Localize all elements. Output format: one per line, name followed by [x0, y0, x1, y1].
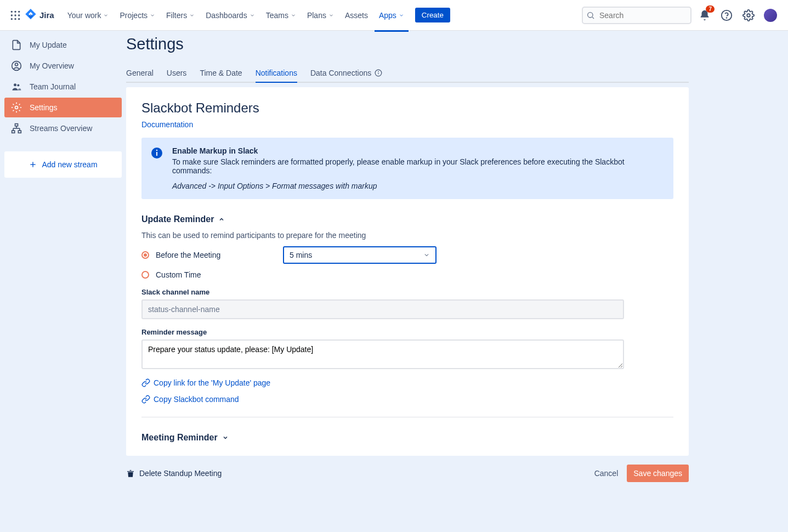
- save-button[interactable]: Save changes: [627, 465, 689, 482]
- jira-logo-icon: [24, 9, 37, 22]
- svg-point-18: [15, 106, 18, 109]
- link-icon: [141, 378, 150, 387]
- svg-point-3: [11, 14, 13, 16]
- nav-item-your-work[interactable]: Your work: [63, 9, 114, 22]
- svg-point-33: [156, 150, 157, 151]
- meeting-reminder-title: Meeting Reminder: [141, 433, 218, 443]
- users-icon: [11, 81, 22, 92]
- message-label: Reminder message: [141, 328, 673, 336]
- svg-point-13: [747, 14, 750, 17]
- copy-slackbot-link[interactable]: Copy Slackbot command: [141, 395, 673, 404]
- message-textarea[interactable]: [141, 339, 624, 369]
- nav-item-label: Teams: [266, 11, 288, 20]
- copy-my-update-link[interactable]: Copy link for the 'My Update' page: [141, 378, 673, 387]
- add-stream-label: Add new stream: [42, 160, 97, 169]
- sidebar-item-my-overview[interactable]: My Overview: [4, 56, 122, 76]
- search-input[interactable]: [582, 7, 691, 24]
- info-text: To make sure Slack reminders are formatt…: [172, 157, 665, 175]
- nav-item-teams[interactable]: Teams: [262, 9, 301, 22]
- sidebar-item-my-update[interactable]: My Update: [4, 35, 122, 55]
- sidebar: My UpdateMy OverviewTeam JournalSettings…: [0, 31, 126, 532]
- nav-item-assets[interactable]: Assets: [341, 9, 372, 22]
- sidebar-item-team-journal[interactable]: Team Journal: [4, 77, 122, 97]
- info-icon: [150, 146, 163, 160]
- tab-label: General: [126, 69, 154, 77]
- copy-slackbot-label: Copy Slackbot command: [154, 395, 239, 404]
- chevron-down-icon: [189, 13, 195, 18]
- plus-icon: [29, 160, 37, 169]
- nav-item-dashboards[interactable]: Dashboards: [201, 9, 259, 22]
- sidebar-item-label: My Update: [30, 41, 67, 49]
- update-reminder-desc: This can be used to remind participants …: [141, 231, 673, 240]
- nav-item-filters[interactable]: Filters: [162, 9, 199, 22]
- svg-point-0: [11, 10, 13, 12]
- meeting-reminder-header[interactable]: Meeting Reminder: [141, 433, 673, 443]
- notifications-button[interactable]: 7: [696, 7, 713, 24]
- notification-badge: 7: [706, 5, 715, 13]
- svg-point-8: [18, 18, 20, 20]
- update-reminder-header[interactable]: Update Reminder: [141, 214, 673, 224]
- documentation-link[interactable]: Documentation: [141, 120, 193, 129]
- chevron-down-icon: [291, 13, 296, 18]
- nav-item-plans[interactable]: Plans: [303, 9, 338, 22]
- info-icon: [375, 69, 382, 77]
- trash-icon: [126, 469, 135, 478]
- svg-point-5: [18, 14, 20, 16]
- nav-item-projects[interactable]: Projects: [115, 9, 160, 22]
- svg-line-10: [592, 17, 594, 19]
- tab-users[interactable]: Users: [167, 64, 187, 82]
- add-stream-button[interactable]: Add new stream: [4, 151, 122, 178]
- nav-item-apps[interactable]: Apps: [375, 9, 409, 22]
- svg-point-15: [15, 63, 18, 66]
- gear-icon: [742, 9, 755, 21]
- svg-point-16: [14, 83, 16, 86]
- tab-label: Users: [167, 69, 187, 77]
- time-select[interactable]: 5 mins: [283, 246, 436, 264]
- settings-button[interactable]: [740, 7, 757, 24]
- nav-item-label: Your work: [67, 11, 101, 20]
- tab-notifications[interactable]: Notifications: [256, 64, 297, 82]
- profile-button[interactable]: [762, 7, 779, 24]
- sidebar-item-label: Team Journal: [30, 82, 76, 91]
- jira-logo[interactable]: Jira: [24, 9, 54, 22]
- radio-before-label[interactable]: Before the Meeting: [156, 251, 276, 259]
- radio-custom-time[interactable]: [141, 271, 149, 279]
- chevron-down-icon: [150, 13, 155, 18]
- chevron-down-icon: [103, 13, 109, 18]
- tab-general[interactable]: General: [126, 64, 154, 82]
- svg-rect-32: [156, 152, 157, 156]
- svg-point-17: [17, 84, 19, 86]
- page-title: Settings: [126, 35, 689, 53]
- radio-custom-label[interactable]: Custom Time: [156, 270, 276, 279]
- create-button[interactable]: Create: [415, 8, 450, 22]
- divider: [141, 417, 673, 417]
- copy-my-update-label: Copy link for the 'My Update' page: [154, 378, 270, 387]
- tab-data-connections[interactable]: Data Connections: [310, 64, 382, 82]
- chevron-down-icon: [423, 252, 430, 258]
- svg-point-6: [11, 18, 13, 20]
- svg-point-1: [14, 10, 16, 12]
- radio-before-meeting[interactable]: [141, 251, 149, 259]
- sidebar-item-streams-overview[interactable]: Streams Overview: [4, 118, 122, 138]
- app-switcher-icon[interactable]: [9, 9, 22, 22]
- content: Settings GeneralUsersTime & DateNotifica…: [126, 31, 702, 532]
- help-icon: [721, 9, 733, 21]
- document-icon: [11, 39, 22, 50]
- tab-label: Notifications: [256, 69, 297, 77]
- info-title: Enable Markup in Slack: [172, 146, 665, 155]
- svg-point-9: [588, 12, 593, 17]
- help-button[interactable]: [718, 7, 735, 24]
- sidebar-item-label: Settings: [30, 103, 58, 112]
- sidebar-item-settings[interactable]: Settings: [4, 98, 122, 117]
- svg-point-12: [727, 18, 727, 18]
- svg-point-7: [14, 18, 16, 20]
- cancel-button[interactable]: Cancel: [594, 469, 619, 478]
- tab-time-date[interactable]: Time & Date: [200, 64, 242, 82]
- channel-input[interactable]: [141, 299, 624, 319]
- sitemap-icon: [11, 123, 22, 134]
- delete-meeting-button[interactable]: Delete Standup Meeting: [126, 469, 222, 478]
- notifications-panel: Slackbot Reminders Documentation Enable …: [126, 87, 689, 456]
- svg-rect-19: [15, 124, 18, 126]
- gear-icon: [11, 102, 22, 113]
- nav-item-label: Plans: [307, 11, 326, 20]
